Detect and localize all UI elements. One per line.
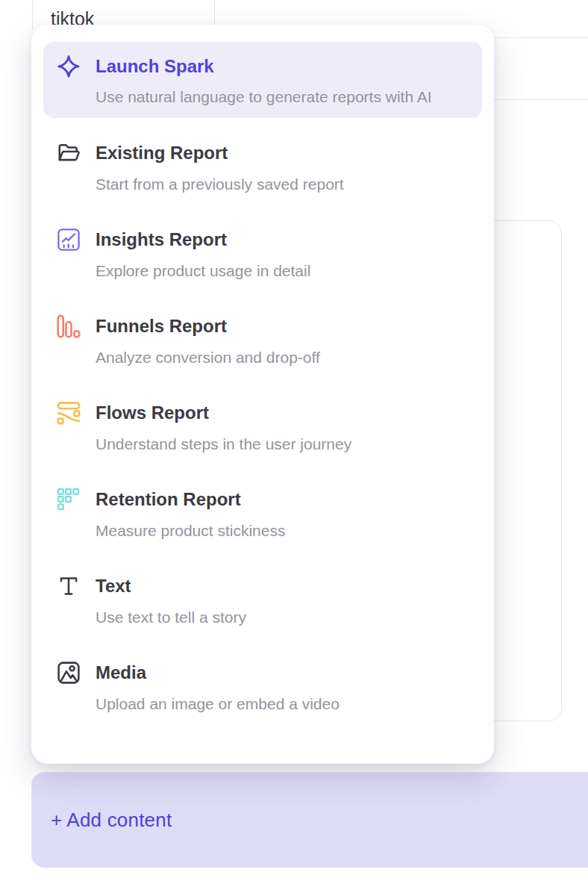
- menu-item-insights-report[interactable]: Insights Report Explore product usage in…: [43, 228, 482, 281]
- media-image-icon: [56, 660, 81, 685]
- page: tiktok + Add content Launch Spark Use na…: [0, 0, 588, 896]
- flows-icon: [56, 400, 81, 426]
- menu-item-subtitle: Measure product stickiness: [96, 520, 285, 541]
- menu-item-subtitle: Explore product usage in detail: [96, 261, 310, 281]
- text-icon: [56, 573, 81, 599]
- menu-item-subtitle: Use natural language to generate reports…: [96, 85, 432, 109]
- menu-item-retention-report[interactable]: Retention Report Measure product stickin…: [43, 488, 482, 541]
- spark-icon: [56, 54, 81, 79]
- folder-open-icon: [56, 140, 81, 166]
- menu-item-text[interactable]: Text Use text to tell a story: [43, 575, 482, 627]
- retention-grid-icon: [56, 487, 81, 512]
- menu-item-subtitle: Understand steps in the user journey: [96, 434, 351, 454]
- table-column-divider: [214, 0, 215, 25]
- add-content-menu: Launch Spark Use natural language to gen…: [31, 25, 494, 764]
- funnel-bars-icon: [56, 314, 81, 339]
- table-column-divider: [32, 0, 33, 30]
- menu-item-subtitle: Analyze conversion and drop-off: [96, 347, 320, 367]
- menu-item-subtitle: Start from a previously saved report: [96, 174, 344, 194]
- menu-item-media[interactable]: Media Upload an image or embed a video: [43, 662, 482, 714]
- menu-item-flows-report[interactable]: Flows Report Understand steps in the use…: [43, 402, 482, 454]
- menu-item-title: Media: [96, 662, 340, 684]
- add-content-label: + Add content: [51, 809, 172, 832]
- menu-item-existing-report[interactable]: Existing Report Start from a previously …: [43, 142, 482, 194]
- menu-item-title: Funnels Report: [96, 315, 320, 337]
- menu-item-title: Text: [96, 575, 246, 597]
- menu-item-title: Existing Report: [96, 142, 344, 164]
- menu-item-title: Retention Report: [96, 488, 285, 511]
- menu-item-funnels-report[interactable]: Funnels Report Analyze conversion and dr…: [43, 315, 482, 367]
- menu-item-title: Insights Report: [96, 228, 310, 251]
- menu-item-launch-spark[interactable]: Launch Spark Use natural language to gen…: [43, 42, 482, 118]
- menu-item-title: Flows Report: [96, 402, 351, 424]
- menu-item-title: Launch Spark: [96, 55, 432, 78]
- menu-item-subtitle: Use text to tell a story: [96, 607, 246, 627]
- insights-chart-icon: [56, 227, 81, 252]
- menu-item-subtitle: Upload an image or embed a video: [96, 694, 340, 714]
- add-content-button[interactable]: + Add content: [31, 772, 588, 868]
